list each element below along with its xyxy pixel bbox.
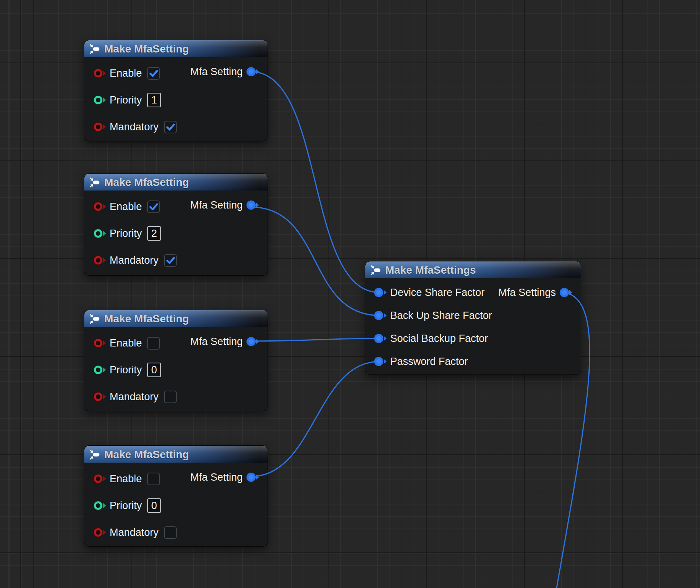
pin-label: Mfa Setting: [190, 471, 243, 483]
pin-label: Enable: [110, 67, 142, 79]
int-pin-icon[interactable]: [93, 500, 107, 511]
pin-row-priority: Priority 0: [93, 363, 161, 376]
mandatory-checkbox[interactable]: [164, 391, 177, 403]
pin-row-mfa-setting-output: Mfa Setting: [190, 471, 260, 484]
node-make-mfasetting-1[interactable]: Make MfaSetting Enable Priority 1 Mandat: [84, 40, 268, 141]
bool-pin-icon[interactable]: [93, 527, 107, 538]
enable-checkbox[interactable]: [147, 337, 160, 350]
bool-pin-icon[interactable]: [93, 201, 107, 212]
pin-row-device-share-factor: Device Share Factor: [373, 286, 485, 299]
pin-row-mandatory: Mandatory: [93, 526, 177, 539]
struct-pin-icon[interactable]: [246, 66, 260, 77]
pin-label: Enable: [110, 473, 142, 485]
node-title: Make MfaSetting: [104, 43, 189, 55]
bool-pin-icon[interactable]: [93, 473, 107, 485]
pin-row-mandatory: Mandatory: [93, 120, 177, 133]
struct-pin-icon[interactable]: [373, 310, 387, 321]
struct-pin-icon[interactable]: [246, 199, 260, 211]
mandatory-checkbox[interactable]: [164, 254, 177, 267]
bool-pin-icon[interactable]: [93, 337, 107, 349]
node-header[interactable]: Make MfaSetting: [84, 446, 268, 463]
pin-label: Mandatory: [110, 121, 159, 133]
node-make-mfasetting-2[interactable]: Make MfaSetting Enable Priority 2 Mandat: [84, 174, 268, 275]
pin-row-enable: Enable: [93, 472, 160, 485]
pin-label: Mfa Setting: [190, 336, 243, 348]
make-struct-icon: [89, 176, 100, 189]
node-make-mfasetting-3[interactable]: Make MfaSetting Enable Priority 0 Mandat: [84, 310, 268, 411]
pin-label: Mfa Settings: [498, 287, 556, 299]
struct-pin-icon[interactable]: [559, 287, 573, 298]
wire-node3-to-social-backup-factor[interactable]: [250, 338, 380, 341]
pin-row-back-up-share-factor: Back Up Share Factor: [373, 309, 492, 322]
struct-pin-icon[interactable]: [373, 333, 387, 344]
priority-input[interactable]: 2: [147, 226, 161, 241]
pin-label: Mandatory: [110, 255, 159, 266]
pin-row-enable: Enable: [93, 67, 160, 80]
pin-label: Mfa Setting: [190, 199, 243, 211]
pin-row-priority: Priority 0: [93, 499, 161, 512]
pin-row-mandatory: Mandatory: [93, 390, 177, 403]
pin-label: Enable: [110, 337, 142, 349]
blueprint-graph-canvas[interactable]: { "canvas": { "background": "#272727", "…: [0, 0, 700, 588]
priority-input[interactable]: 0: [147, 363, 161, 377]
make-struct-icon: [89, 43, 100, 55]
mandatory-checkbox[interactable]: [164, 526, 177, 539]
priority-input[interactable]: 0: [147, 498, 161, 513]
make-struct-icon: [370, 264, 381, 276]
checkmark-icon: [165, 255, 176, 266]
pin-label: Mandatory: [110, 527, 159, 539]
pin-row-priority: Priority 2: [93, 227, 161, 240]
node-header[interactable]: Make MfaSetting: [84, 40, 268, 57]
checkmark-icon: [165, 122, 176, 133]
struct-pin-icon[interactable]: [246, 471, 260, 483]
pin-label: Device Share Factor: [390, 287, 485, 299]
int-pin-icon[interactable]: [93, 228, 107, 239]
pin-row-mfa-setting-output: Mfa Setting: [190, 335, 260, 348]
pin-row-mfa-setting-output: Mfa Setting: [190, 199, 260, 212]
enable-checkbox[interactable]: [147, 67, 160, 80]
node-title: Make MfaSetting: [104, 176, 189, 189]
wire-node4-to-password-factor[interactable]: [251, 361, 380, 476]
make-struct-icon: [89, 448, 100, 461]
node-title: Make MfaSetting: [104, 448, 189, 461]
node-title: Make MfaSetting: [104, 313, 189, 325]
pin-label: Priority: [110, 500, 142, 512]
pin-row-password-factor: Password Factor: [373, 355, 468, 368]
pin-label: Mfa Setting: [190, 66, 243, 78]
priority-input[interactable]: 1: [147, 93, 161, 107]
enable-checkbox[interactable]: [147, 200, 160, 213]
int-pin-icon[interactable]: [93, 94, 107, 106]
struct-pin-icon[interactable]: [373, 287, 387, 298]
bool-pin-icon[interactable]: [93, 255, 107, 266]
make-struct-icon: [89, 313, 100, 325]
mandatory-checkbox[interactable]: [164, 121, 177, 133]
wire-node2-to-back-up-share-factor[interactable]: [251, 207, 380, 315]
bool-pin-icon[interactable]: [93, 391, 107, 402]
node-make-mfasettings[interactable]: Make MfaSettings Device Share Factor Bac…: [365, 261, 581, 374]
pin-label: Enable: [110, 201, 142, 213]
enable-checkbox[interactable]: [147, 473, 160, 485]
pin-label: Password Factor: [390, 356, 468, 368]
node-header[interactable]: Make MfaSetting: [84, 310, 268, 327]
pin-row-mfa-settings-output: Mfa Settings: [498, 286, 573, 299]
node-header[interactable]: Make MfaSettings: [365, 261, 581, 278]
wire-node1-to-device-share-factor[interactable]: [251, 72, 380, 292]
node-make-mfasetting-4[interactable]: Make MfaSetting Enable Priority 0 Mandat: [84, 446, 268, 546]
struct-pin-icon[interactable]: [373, 356, 387, 367]
pin-label: Priority: [110, 228, 142, 240]
pin-row-enable: Enable: [93, 337, 160, 350]
pin-label: Social Backup Factor: [390, 333, 488, 345]
node-header[interactable]: Make MfaSetting: [84, 174, 268, 191]
node-title: Make MfaSettings: [385, 264, 476, 276]
pin-row-priority: Priority 1: [93, 94, 161, 107]
pin-row-social-backup-factor: Social Backup Factor: [373, 332, 488, 345]
pin-label: Priority: [110, 364, 142, 376]
bool-pin-icon[interactable]: [93, 67, 107, 79]
int-pin-icon[interactable]: [93, 364, 107, 376]
pin-row-mandatory: Mandatory: [93, 254, 177, 267]
pin-row-enable: Enable: [93, 200, 160, 213]
bool-pin-icon[interactable]: [93, 121, 107, 133]
struct-pin-icon[interactable]: [246, 336, 260, 347]
checkmark-icon: [148, 201, 159, 212]
checkmark-icon: [148, 68, 159, 79]
